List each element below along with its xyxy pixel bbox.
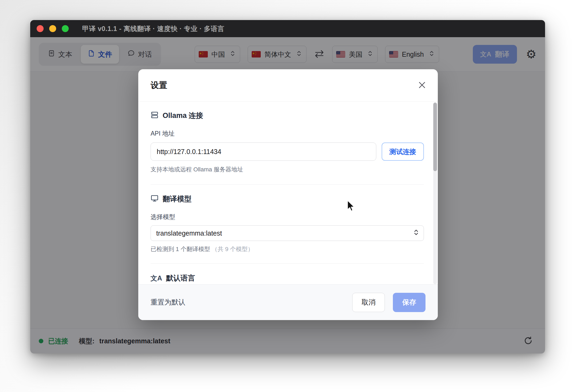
- reset-defaults-button[interactable]: 重置为默认: [151, 298, 185, 307]
- server-icon: [151, 111, 159, 120]
- model-helper-text: 已检测到 1 个翻译模型 （共 9 个模型）: [151, 245, 424, 253]
- model-helper-main: 已检测到 1 个翻译模型: [151, 246, 210, 252]
- api-row: 测试连接: [151, 143, 424, 161]
- section-heading-text: Ollama 连接: [163, 111, 203, 120]
- close-modal-button[interactable]: [418, 81, 426, 90]
- api-helper-text: 支持本地或远程 Ollama 服务器地址: [151, 166, 424, 174]
- model-section-heading: 翻译模型: [151, 194, 424, 204]
- mouse-cursor: [346, 200, 356, 214]
- ollama-section-heading: Ollama 连接: [151, 111, 424, 120]
- section-divider: [151, 184, 424, 185]
- modal-body: Ollama 连接 API 地址 测试连接 支持本地或远程 Ollama 服务器…: [138, 111, 438, 283]
- modal-scrollbar-track[interactable]: [433, 102, 437, 284]
- section-heading-text: 默认语言: [166, 273, 195, 283]
- titlebar[interactable]: 甲译 v0.1.1 - 离线翻译 · 速度快 · 专业 · 多语言: [30, 20, 545, 37]
- settings-modal: 设置 Ollama 连接 API 地址 测试连接 支持本地或远程 Ollama …: [138, 69, 438, 320]
- app-window: 甲译 v0.1.1 - 离线翻译 · 速度快 · 专业 · 多语言 文本 文件: [30, 20, 545, 353]
- monitor-icon: [151, 194, 159, 203]
- select-model-label: 选择模型: [151, 213, 424, 221]
- modal-header: 设置: [138, 69, 438, 102]
- maximize-window-button[interactable]: [62, 25, 69, 32]
- section-heading-text: 翻译模型: [163, 194, 191, 204]
- modal-footer: 重置为默认 取消 保存: [138, 284, 438, 320]
- traffic-lights: [37, 25, 69, 32]
- window-title: 甲译 v0.1.1 - 离线翻译 · 速度快 · 专业 · 多语言: [82, 24, 224, 33]
- api-address-label: API 地址: [151, 129, 424, 138]
- model-helper-sub: （共 9 个模型）: [212, 246, 254, 252]
- section-divider: [151, 263, 424, 264]
- close-window-button[interactable]: [37, 25, 44, 32]
- modal-title: 设置: [151, 80, 167, 91]
- default-language-section-heading: 文A 默认语言: [151, 273, 424, 283]
- minimize-window-button[interactable]: [49, 25, 56, 32]
- chevron-up-down-icon: [413, 229, 419, 238]
- api-address-input[interactable]: [151, 143, 376, 161]
- model-select-value: translategemma:latest: [156, 229, 222, 237]
- test-connection-button[interactable]: 测试连接: [382, 143, 424, 161]
- close-icon: [418, 81, 426, 90]
- modal-scrollbar-thumb[interactable]: [433, 103, 437, 171]
- save-button[interactable]: 保存: [393, 293, 425, 312]
- model-select[interactable]: translategemma:latest: [151, 225, 424, 241]
- languages-icon: 文A: [151, 274, 162, 283]
- cancel-button[interactable]: 取消: [352, 293, 385, 312]
